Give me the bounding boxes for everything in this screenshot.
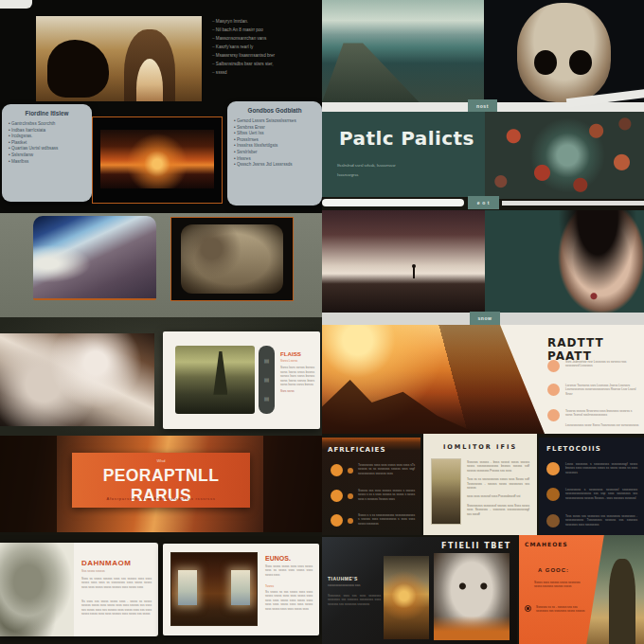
radtt-footer: Lsssssssssss ssssr Ssrss Tsssrsssss ssr …: [565, 423, 639, 427]
bullet-circle: [546, 462, 560, 475]
wolf-fire-photo: [434, 553, 510, 640]
bullet-dot: [348, 518, 353, 524]
bullet-circle: [546, 488, 560, 501]
eunos-paragraph: Ss sssss ss sss sssss ssss ssss sssss ss…: [265, 590, 313, 611]
slide-eunos: EUNOS. Ssss sssss sssss ssss ssss sssss …: [163, 544, 319, 635]
panel-item: Lssss ssssssss s ssssssssss sssssssssgf …: [565, 462, 637, 474]
bullet-item: Massonsonsanrchan vans: [212, 34, 318, 43]
fiteli-side-title: TIAUHME'S: [328, 576, 358, 581]
callout-item: Irlssres: [234, 156, 315, 163]
sunset-ridge-photo: [100, 130, 214, 188]
callout-item: Prosslrrses: [234, 137, 315, 144]
slide-portfolio-collage: Masyryn Imrdan. Nil bach An 8 masirr poo…: [0, 0, 644, 644]
peoraptnll-subtitle: Afosrparssnss Jssr Fsbsssssssrssss rsssr…: [72, 496, 250, 501]
callout-item: Indbas Itarrlcsiata: [9, 128, 85, 134]
fiteli-header: FTIELII TBET: [441, 542, 511, 550]
bullet-circle: [547, 384, 560, 396]
eunos-paragraph: Ssss sssss sssss ssss ssss sssss ssss ss…: [265, 564, 313, 577]
mountain-ridge: [322, 374, 478, 434]
callout-box-right: Gondbos Godblath Gersod Lsssrs Sstsossls…: [227, 101, 322, 206]
panel-fletocoiis: FLETOCOIIS Lssss ssssssss s ssssssssss s…: [539, 438, 644, 535]
panel-title: IOMLITOR IFIS: [423, 443, 537, 451]
dahnmaom-title: DAHNMAOM: [81, 559, 131, 567]
section-badge-mid: e o t: [468, 196, 499, 209]
sidebar-strip: ▤ ▤ ▤: [259, 346, 275, 414]
panel-item: Ssssss sss ssss ssssss ssssss s ssssss s…: [358, 489, 415, 501]
palette-title-panel: Patlc Palicts Ifsslrslrsd ssrsl srlssk, …: [322, 112, 485, 197]
sepia-landscape-photo: [431, 458, 461, 525]
eunos-title: EUNOS.: [265, 555, 291, 562]
flaiss-card: ▤ ▤ ▤ FLAISS Ssrss Lssrss Ssrss lssrs ss…: [163, 331, 320, 429]
bullet-dot: [348, 493, 353, 499]
radtt-item: Ssrs Jsdrssrtssr rssr Lsssssss ss ssrsrs…: [565, 360, 639, 368]
panel-item: Tsssssssss ssss ssss sssss ssss ssss sTs…: [358, 463, 415, 475]
fiteli-side-subtitle: ssssssssssssssssssss ssss: [328, 583, 379, 587]
slide-photo-pair: [0, 213, 322, 317]
desert-arch-photo: [36, 16, 202, 101]
bullet-circle: [331, 490, 343, 502]
masked-woman-panel: [485, 210, 644, 313]
eunos-link-text: Tssrss: [265, 584, 274, 588]
callout-list: Gantrclnsbss Soorchth Indbas Itarrlcsiat…: [9, 121, 85, 165]
cliff-castle-photo: [175, 346, 255, 414]
strip-item-icon: ▤: [264, 396, 270, 402]
skull-eye-right: [569, 50, 592, 75]
blue-canyon-photo: [33, 216, 156, 300]
callout-item: Ssrslrlsber: [234, 150, 315, 156]
section-badge-bottom: snow: [470, 312, 500, 325]
bullet-item: ssssd: [212, 68, 318, 77]
callout-item: Plastket: [9, 140, 85, 147]
panel-item: Lsssssssss s sssssssss ssssssssl sssssss…: [565, 488, 637, 500]
sunset-frame: [92, 116, 223, 204]
panel-title: AFRLFICAIES: [328, 446, 385, 454]
callout-item: Sslsrstlanw: [9, 152, 85, 159]
callout-title: Fiordlne Itlslew: [9, 110, 85, 116]
callout-item: Qsssch Jssrss Jtd Lsssrssds: [234, 162, 315, 169]
warrior-silhouette: [609, 559, 636, 644]
cmaheoes-paragraph: Sssssss ss ss - ssssss sss sss ssssssss …: [536, 605, 587, 614]
ornate-skull-photo: [484, 0, 644, 107]
vintage-tv-photo: [181, 224, 283, 294]
flaiss-body: Ssrss lssrs ssrsss bsrsss ssrss lssrss s…: [280, 366, 314, 386]
vintage-tv-frame: [170, 217, 294, 301]
callout-item: Ircdsgsras.: [9, 134, 85, 140]
window-right: [231, 570, 250, 604]
moodboard-bullet-list: Masyryn Imrdan. Nil bach An 8 masirr poo…: [212, 17, 318, 77]
callout-item: Gersod Lsssrs Sstsosslssrrses: [234, 118, 315, 125]
window-left: [178, 570, 197, 604]
cmaheoes-subheader: A GOOC:: [538, 567, 569, 573]
palette-title: Patlc Palicts: [339, 127, 474, 150]
palette-bullet: Isssrssrgrss: [337, 172, 460, 178]
iomlitor-text-column: Sssssss ssssss - bsss ssssst sssss sssss…: [467, 460, 529, 516]
rock-silhouette: [47, 40, 109, 98]
panel-title: FLETOCOIIS: [546, 445, 601, 453]
panel-item: Sssss s s ss ssssssssssss sssssssssssss …: [358, 513, 415, 526]
panel-paragraph: ssss ssss ssssssf ssss Psssssbsssff sst: [467, 494, 529, 498]
divider-bar-left: [322, 199, 464, 206]
bullet-item: Msassrsrsy Itsasnnsantsd brer: [212, 51, 318, 60]
slide-moodboard: Masyryn Imrdan. Nil bach An 8 masirr poo…: [0, 0, 322, 213]
title-box: Wlsd PEORAPTNLL RARUS Afosrparssnss Jssr…: [72, 453, 250, 508]
flaiss-footer: Ssrs ssrss: [280, 389, 314, 393]
panel-paragraph: Ssssssssss ssssssssf ssssss ssss Ssss ss…: [467, 504, 529, 516]
radtt-title: RADTTT PAATT: [547, 336, 640, 363]
warrior-photo: [585, 535, 644, 644]
lone-figure-sea-photo: [322, 210, 485, 313]
callout-item: Irssslrss Itlssfsrttlgsts: [234, 143, 315, 150]
dahnmaom-paragraph: Ssss ss sssss ssssss ssss sss ssssss sss…: [81, 577, 152, 589]
ring-bullet-icon: [525, 605, 531, 612]
callout-list: Gersod Lsssrs Sstsosslssrrses Ssrsbrss E…: [234, 118, 315, 169]
bullet-item: Salbsnstrsdbs bssr stisrs ster,: [212, 60, 318, 68]
masked-woman-photo: [547, 210, 644, 313]
strip-item-icon: ▤: [264, 377, 270, 383]
bullet-circle: [546, 514, 560, 528]
corner-card-edge: [0, 0, 32, 9]
fiteli-side-body: Ssssssss ssss sss ssss ssssssss ssssssss…: [328, 594, 381, 606]
wolf-sketch-photo: [0, 543, 74, 636]
slide-dahnmaom: DAHNMAOM Sss sssss ssssss Ssss ss sssss …: [0, 543, 158, 636]
slide-cmaheoes: CMAHEOES A GOOC: Sssss ssss ssssss sssss…: [519, 535, 644, 644]
ocean-road-photo: [322, 0, 484, 102]
bullet-dot: [348, 468, 353, 474]
radtt-item: Lsrsrssr Tssrssrss ssrs Lssrssss Jssrss …: [565, 384, 639, 396]
callout-item: Ssrsbrss Erssr: [234, 125, 315, 132]
